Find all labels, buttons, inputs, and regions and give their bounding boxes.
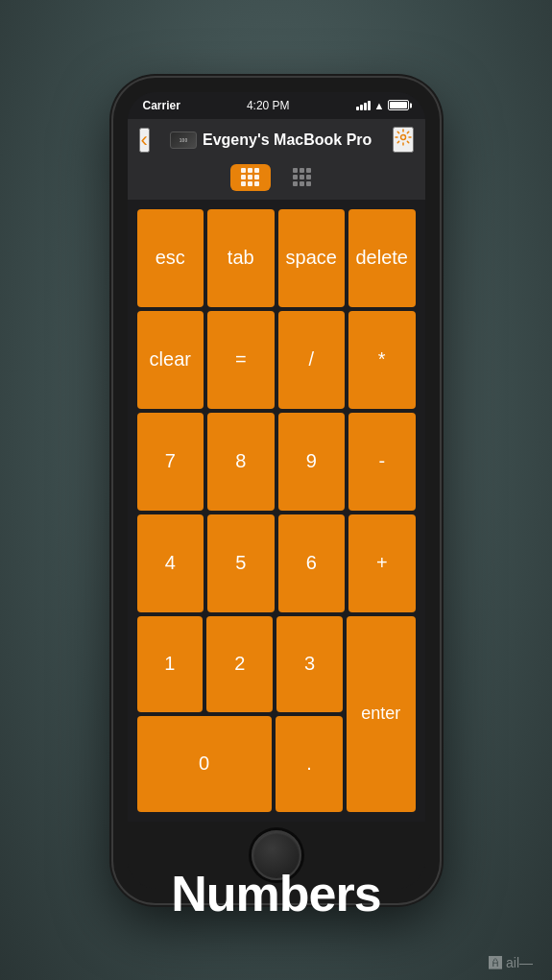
key-row-1: esc tab space delete bbox=[137, 209, 416, 307]
key-row-4: 4 5 6 + bbox=[137, 514, 416, 612]
wifi-icon: ▲ bbox=[374, 100, 385, 111]
gear-icon bbox=[395, 129, 412, 146]
equals-key[interactable]: = bbox=[207, 311, 275, 409]
seven-key[interactable]: 7 bbox=[137, 413, 204, 511]
grid-icon bbox=[293, 168, 311, 186]
clear-key[interactable]: clear bbox=[137, 311, 204, 409]
settings-button[interactable] bbox=[393, 127, 414, 153]
page-label: Numbers bbox=[171, 865, 380, 922]
five-key[interactable]: 5 bbox=[207, 514, 275, 612]
four-key[interactable]: 4 bbox=[137, 514, 204, 612]
device-info: 100 Evgeny's MacBook Pro bbox=[157, 131, 385, 149]
key-row-3: 7 8 9 - bbox=[137, 413, 416, 511]
tab-bar bbox=[128, 161, 425, 200]
three-key[interactable]: 3 bbox=[276, 616, 343, 712]
two-key[interactable]: 2 bbox=[206, 616, 273, 712]
numpad-grid-icon bbox=[241, 168, 259, 186]
key-row-5: 1 2 3 bbox=[137, 616, 344, 712]
back-button[interactable]: ‹ bbox=[139, 128, 150, 153]
device-thumbnail: 100 bbox=[170, 131, 197, 149]
esc-key[interactable]: esc bbox=[137, 209, 204, 307]
one-key[interactable]: 1 bbox=[137, 616, 204, 712]
carrier-label: Carrier bbox=[143, 99, 180, 112]
watermark: 🅰 ail— bbox=[489, 955, 533, 970]
six-key[interactable]: 6 bbox=[278, 514, 346, 612]
keypad-area: esc tab space delete clear = / * 7 8 9 - bbox=[128, 200, 425, 822]
bottom-left: 1 2 3 0 . bbox=[137, 616, 344, 812]
dot-key[interactable]: . bbox=[276, 716, 343, 812]
nav-bar: ‹ 100 Evgeny's MacBook Pro bbox=[128, 119, 425, 161]
key-row-6: 0 . bbox=[137, 716, 344, 812]
divide-key[interactable]: / bbox=[278, 311, 346, 409]
nine-key[interactable]: 9 bbox=[278, 413, 346, 511]
zero-key[interactable]: 0 bbox=[137, 716, 272, 812]
tab-numpad[interactable] bbox=[230, 164, 271, 191]
phone-screen: Carrier 4:20 PM ▲ ‹ 100 bbox=[128, 92, 425, 889]
minus-key[interactable]: - bbox=[348, 413, 416, 511]
enter-col: enter bbox=[347, 616, 416, 812]
space-key[interactable]: space bbox=[278, 209, 346, 307]
tab-key[interactable]: tab bbox=[207, 209, 275, 307]
phone-frame: Carrier 4:20 PM ▲ ‹ 100 bbox=[113, 78, 440, 903]
status-bar: Carrier 4:20 PM ▲ bbox=[128, 92, 425, 119]
device-name-label: Evgeny's MacBook Pro bbox=[203, 131, 372, 149]
enter-key[interactable]: enter bbox=[347, 616, 416, 812]
delete-key[interactable]: delete bbox=[348, 209, 416, 307]
bottom-rows: 1 2 3 0 . enter bbox=[137, 616, 416, 812]
battery-icon bbox=[388, 100, 409, 110]
plus-key[interactable]: + bbox=[348, 514, 416, 612]
eight-key[interactable]: 8 bbox=[207, 413, 275, 511]
signal-icon bbox=[356, 101, 371, 110]
key-row-2: clear = / * bbox=[137, 311, 416, 409]
svg-point-0 bbox=[400, 135, 405, 140]
tab-grid[interactable] bbox=[282, 164, 323, 191]
multiply-key[interactable]: * bbox=[348, 311, 416, 409]
time-label: 4:20 PM bbox=[247, 99, 290, 112]
status-icons: ▲ bbox=[356, 100, 410, 111]
